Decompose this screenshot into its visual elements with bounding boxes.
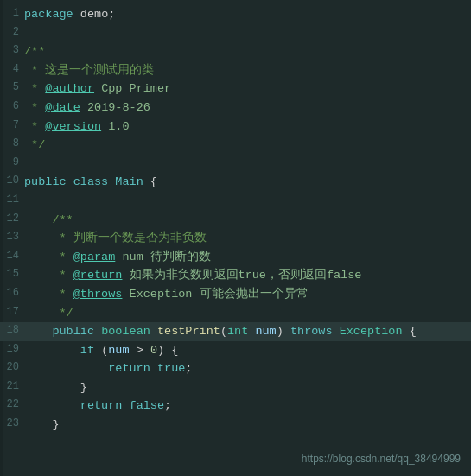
line-number: 13 (0, 229, 24, 245)
code-line-20: 20 return true; (0, 359, 471, 378)
code-content: } (24, 416, 464, 435)
code-line-5: 5 * @author Cpp Primer (0, 79, 471, 98)
line-number: 17 (0, 304, 24, 321)
code-line-12: 12 /** (0, 211, 471, 230)
line-number: 1 (0, 5, 24, 22)
code-line-17: 17 */ (0, 304, 471, 323)
line-number: 4 (0, 61, 24, 78)
line-number: 21 (0, 378, 24, 395)
line-number: 12 (0, 211, 24, 227)
code-editor: 1 package demo; 2 3 /** 4 * 这是一个测试用的类 5 … (0, 0, 471, 476)
code-line-19: 19 if (num > 0) { (0, 341, 471, 360)
code-content: * @author Cpp Primer (24, 79, 464, 98)
code-line-7: 7 * @version 1.0 (0, 117, 471, 136)
code-content: * @return 如果为非负数则返回true，否则返回false (24, 266, 464, 285)
line-number: 2 (0, 24, 24, 41)
code-content: /** (24, 211, 464, 230)
code-content: if (num > 0) { (24, 341, 464, 360)
line-number: 3 (0, 42, 24, 59)
line-number: 9 (0, 155, 24, 171)
code-content (24, 192, 464, 211)
line-number: 14 (0, 248, 24, 264)
code-line-18: 18 public boolean testPrint(int num) thr… (0, 322, 471, 341)
line-number: 5 (0, 79, 24, 96)
code-line-16: 16 * @throws Exception 可能会抛出一个异常 (0, 285, 471, 304)
code-content: package demo; (24, 5, 464, 24)
code-line-2: 2 (0, 24, 471, 43)
code-line-23: 23 } (0, 416, 471, 435)
line-number: 22 (0, 397, 24, 413)
code-line-21: 21 } (0, 378, 471, 397)
code-line-22: 22 return false; (0, 397, 471, 416)
code-line-8: 8 */ (0, 136, 471, 155)
code-line-4: 4 * 这是一个测试用的类 (0, 61, 471, 80)
code-content (24, 24, 464, 43)
code-content: */ (24, 304, 464, 323)
code-content: * 这是一个测试用的类 (24, 61, 464, 80)
code-line-10: 10 public class Main { (0, 173, 471, 192)
code-line-3: 3 /** (0, 42, 471, 61)
code-content: * @version 1.0 (24, 117, 464, 136)
line-number: 7 (0, 117, 24, 134)
code-content: public boolean testPrint(int num) throws… (24, 322, 464, 341)
code-content: * 判断一个数是否为非负数 (24, 229, 464, 248)
code-line-11: 11 (0, 192, 471, 211)
code-content (24, 155, 464, 174)
code-content: return false; (24, 397, 464, 416)
line-number: 8 (0, 136, 24, 152)
code-line-1: 1 package demo; (0, 5, 471, 24)
line-number: 16 (0, 285, 24, 301)
code-line-9: 9 (0, 155, 471, 174)
code-line-15: 15 * @return 如果为非负数则返回true，否则返回false (0, 266, 471, 285)
line-number: 23 (0, 416, 24, 432)
line-number: 20 (0, 359, 24, 376)
code-line-13: 13 * 判断一个数是否为非负数 (0, 229, 471, 248)
code-content: * @throws Exception 可能会抛出一个异常 (24, 285, 464, 304)
line-number: 6 (0, 98, 24, 115)
line-number: 15 (0, 266, 24, 282)
code-content: public class Main { (24, 173, 464, 192)
line-number: 10 (0, 173, 24, 189)
line-number: 11 (0, 192, 24, 208)
watermark-text: https://blog.csdn.net/qq_38494999 (302, 451, 461, 467)
code-line-6: 6 * @date 2019-8-26 (0, 98, 471, 117)
code-content: * @param num 待判断的数 (24, 248, 464, 267)
code-content: return true; (24, 359, 464, 378)
line-number: 18 (0, 322, 24, 339)
code-content: * @date 2019-8-26 (24, 98, 464, 117)
line-number: 19 (0, 341, 24, 358)
code-content: */ (24, 136, 464, 155)
code-content: /** (24, 42, 464, 61)
code-line-14: 14 * @param num 待判断的数 (0, 248, 471, 267)
code-content: } (24, 378, 464, 397)
